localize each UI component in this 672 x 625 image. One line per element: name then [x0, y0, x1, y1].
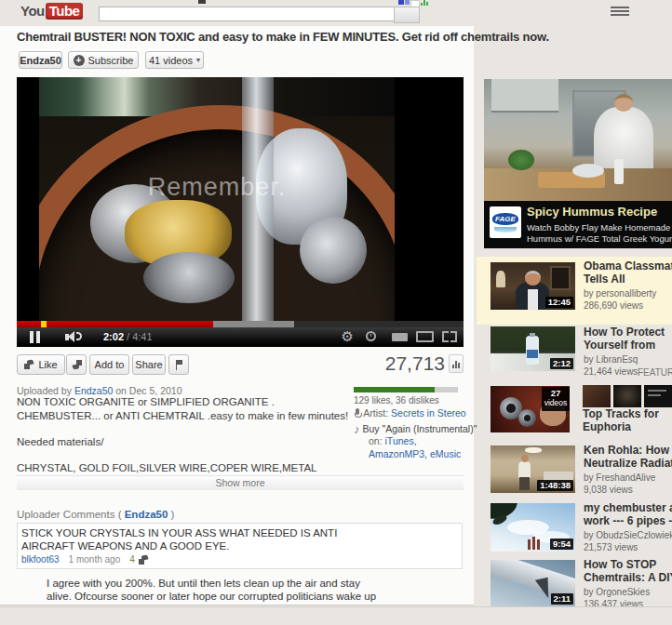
playlist-count: 27	[544, 388, 568, 398]
volume-button[interactable]	[65, 331, 87, 343]
buy-row: ♪ Buy "Again (Instrumental)"	[354, 422, 477, 436]
like-button[interactable]: Like	[17, 354, 65, 375]
related-video-info[interactable]: Obama Classmate Tells All by personallib…	[584, 259, 672, 312]
comments-header-suffix: )	[171, 509, 175, 520]
comments-uploader-link[interactable]: Endza50	[125, 509, 168, 520]
related-video-title[interactable]: work --- 6 pipes - 6	[584, 514, 672, 527]
bowl-art	[572, 164, 604, 178]
reply-text-line: I agree with you 200%. But until then le…	[47, 578, 360, 589]
flag-icon	[175, 360, 183, 370]
amazonmp3-link[interactable]: AmazonMP3,	[369, 448, 427, 459]
statistics-button[interactable]	[449, 354, 464, 373]
playlist-mini-thumbnail[interactable]	[613, 385, 641, 407]
related-video-title[interactable]: Yourself from	[584, 339, 665, 352]
related-video-thumbnail[interactable]: 1:48:38	[491, 445, 575, 493]
kitchen-hood-art	[491, 79, 558, 113]
related-video-title[interactable]: How To STOP	[584, 558, 672, 571]
playlist-title[interactable]: Euphoria	[583, 420, 659, 433]
search-input[interactable]	[99, 7, 398, 21]
related-video-info[interactable]: my chembuster at work --- 6 pipes - 6 by…	[584, 501, 672, 553]
related-video-thumbnail[interactable]: 2:11	[491, 560, 575, 606]
gun-barrel-art-2	[518, 409, 536, 427]
share-button[interactable]: Share	[132, 354, 166, 375]
current-time: 2:02	[103, 331, 124, 342]
youtube-logo[interactable]: YouTube	[20, 3, 83, 19]
flag-button[interactable]	[168, 354, 189, 375]
related-video-info[interactable]: Ken Rohla: How to Neutralize Radiation b…	[584, 444, 672, 496]
tab-fragment-green-bars-icon	[421, 0, 428, 6]
pause-button[interactable]	[30, 331, 40, 343]
fullscreen-icon[interactable]	[442, 331, 457, 342]
menu-icon[interactable]	[611, 7, 629, 18]
comment-text-line: STICK YOUR CRYSTALS IN YOUR ASS WHAT NEE…	[21, 527, 337, 539]
search-button[interactable]	[394, 7, 420, 23]
comment-author-link[interactable]: blkfoot63	[21, 554, 60, 565]
person-legs-art	[519, 477, 530, 490]
uploader-link[interactable]: Endza50	[74, 385, 113, 396]
total-time: / 4:41	[127, 331, 153, 342]
related-video-title[interactable]: Tells All	[584, 273, 672, 286]
related-video-author: by LibranEsq	[584, 353, 665, 366]
emusic-link[interactable]: eMusic	[430, 448, 461, 459]
ceiling-light-art	[525, 447, 542, 453]
videos-count-label: 41 videos	[149, 55, 193, 66]
small-player-icon[interactable]	[392, 333, 408, 341]
logo-you: You	[20, 3, 45, 19]
show-more-button[interactable]: Show more	[17, 475, 464, 490]
playlist-title[interactable]: Top Tracks for	[583, 407, 659, 420]
related-video-thumbnail[interactable]: 2:12	[491, 326, 575, 371]
tab-fragment-blue	[398, 0, 404, 5]
comment-text-line: AIRCRAFT WEAPONS AND A GOOD EYE.	[21, 540, 229, 552]
youtube-watch-page: { "browser": { "search_value": "", "frag…	[0, 0, 672, 625]
related-video-thumbnail[interactable]: 12:45	[491, 262, 575, 310]
comment-thumbs-up-icon[interactable]	[139, 555, 149, 565]
add-to-button[interactable]: Add to	[89, 354, 129, 375]
reply-text-line: alive. Ofcourse sooner or later hope our…	[47, 591, 376, 602]
videos-dropdown[interactable]: 41 videos ▾	[145, 51, 204, 69]
related-video-title[interactable]: How To Protect	[584, 326, 665, 339]
pipe-art	[528, 539, 531, 550]
subscribe-label: Subscribe	[88, 55, 134, 66]
like-label: Like	[38, 359, 57, 370]
fage-logo: FAGE	[490, 206, 521, 238]
face-art	[525, 271, 541, 286]
artist-row: Artist: Secrets in Stereo	[354, 407, 466, 419]
clock-icon[interactable]	[366, 331, 376, 341]
bottle-label-art	[527, 350, 538, 358]
large-player-icon[interactable]	[416, 331, 434, 342]
fage-logo-text: FAGE	[492, 213, 518, 225]
related-video-info[interactable]: How To STOP Chemtrails: A DIY by OrgoneS…	[584, 558, 672, 610]
featured-badge: FEATURED	[638, 367, 672, 378]
playlist-info[interactable]: Top Tracks for Euphoria	[583, 407, 659, 433]
description-line: Needed materials/	[17, 436, 103, 447]
comment-vote-count: 4	[129, 554, 135, 565]
subscribe-button[interactable]: + Subscribe	[68, 51, 139, 69]
uploader-channel-button[interactable]: Endza50	[19, 51, 62, 69]
related-video-title[interactable]: my chembuster at	[584, 501, 672, 514]
silver-metal-art-2	[300, 217, 367, 284]
likes-dislikes-text: 129 likes, 36 dislikes	[354, 395, 439, 406]
progress-buffered	[213, 321, 294, 327]
dislike-button[interactable]	[66, 354, 87, 375]
page-bottom-strip	[0, 606, 672, 625]
video-player[interactable]: Remember. 2:02/ 4:41 ⚙	[17, 77, 464, 347]
related-video-title[interactable]: Chemtrails: A DIY	[584, 571, 672, 584]
promoted-video-ad[interactable]: FAGE Spicy Hummus Recipe Watch Bobby Fla…	[484, 79, 672, 248]
share-label: Share	[135, 359, 162, 370]
playlist-thumbnail[interactable]: 27 videos	[491, 386, 570, 432]
itunes-link[interactable]: iTunes,	[385, 435, 417, 446]
chef-head-art	[614, 94, 633, 112]
related-video-title[interactable]: Neutralize Radiation	[584, 457, 672, 470]
related-video-title[interactable]: Ken Rohla: How to	[584, 444, 672, 457]
settings-gear-icon[interactable]: ⚙	[342, 328, 354, 345]
buy-track-label: Buy "Again (Instrumental)"	[362, 423, 477, 434]
related-video-title[interactable]: Obama Classmate	[584, 259, 672, 273]
video-title: Chemtrail BUSTER! NON TOXIC and easy to …	[17, 30, 482, 44]
related-video-author: by personalliberty	[584, 287, 672, 299]
playlist-mini-thumbnail[interactable]	[583, 385, 611, 407]
playlist-mini-thumbnail[interactable]	[644, 385, 672, 407]
related-video-thumbnail[interactable]: 9:54	[491, 503, 575, 552]
artist-link[interactable]: Secrets in Stereo	[391, 407, 466, 419]
ad-title: Spicy Hummus Recipe	[527, 205, 657, 219]
progress-bar[interactable]	[17, 321, 464, 327]
